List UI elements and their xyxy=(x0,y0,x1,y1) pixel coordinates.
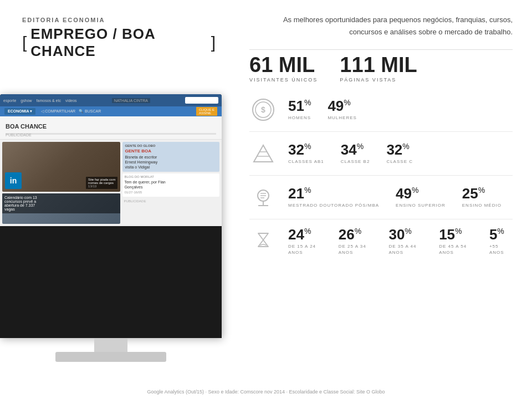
cta-btn: CLIQUE EASSINE xyxy=(196,107,217,116)
divider-1 xyxy=(249,49,513,50)
screen-left-col: in Site faz piada comnomes de cargos13/1… xyxy=(2,142,120,224)
superior-pct: 49% xyxy=(396,186,446,201)
bracket-right: ] xyxy=(211,33,216,52)
age5-stat: 5% +55 ANOS xyxy=(489,227,513,255)
education-items: 21% MESTRADO DOUTORADO PÓS/MBA 49% ENSIN… xyxy=(288,186,502,208)
superior-stat: 49% ENSINO SUPERIOR xyxy=(396,186,446,208)
bracket-title: [ EMPREGO / BOA CHANCE ] xyxy=(22,25,216,60)
nav-search xyxy=(185,97,218,104)
age-items: 24% DE 15 A 24 ANOS 26% DE 25 A 34 ANOS … xyxy=(288,227,513,255)
age4-stat: 15% DE 45 A 54 ANOS xyxy=(439,227,479,255)
age1-label: DE 15 A 24 ANOS xyxy=(288,244,329,255)
screen-img-medium: Calendário com 13concursos prevê aabertu… xyxy=(2,193,120,224)
gender-icon: $ xyxy=(249,96,277,124)
visitors-stat: 61 MIL VISITANTES ÚNICOS xyxy=(249,54,318,83)
medio-label: ENSINO MÉDIO xyxy=(462,203,502,208)
gender-items: 51% HOMENS 49% MULHERES xyxy=(288,99,357,121)
article-label-2: Calendário com 13concursos prevê aabertu… xyxy=(2,193,120,213)
screen-content: in Site faz piada comnomes de cargos13/1… xyxy=(0,140,222,226)
mulheres-pct: 49% xyxy=(328,99,356,113)
monitor-container: esporte gshow famosos & etc vídeos NATHA… xyxy=(0,94,233,388)
medio-pct: 25% xyxy=(462,186,502,201)
mestrado-stat: 21% MESTRADO DOUTORADO PÓS/MBA xyxy=(288,186,379,208)
education-icon xyxy=(249,183,277,211)
c-stat: 32% CLASSE C xyxy=(386,142,413,165)
mestrado-pct: 21% xyxy=(288,186,379,201)
pageviews-label: PÁGINAS VISTAS xyxy=(340,77,417,83)
age3-stat: 30% DE 35 A 44 ANOS xyxy=(388,227,429,255)
monitor-screen: esporte gshow famosos & etc vídeos NATHA… xyxy=(0,94,222,338)
share-label: ◁ COMPARTILHAR xyxy=(41,109,75,114)
classes-items: 32% CLASSES AB1 34% CLASSE B2 32% CLASSE… xyxy=(288,142,413,165)
screen-subnav: ECONOMIA ▾ ◁ COMPARTILHAR 🔍 BUSCAR CLIQU… xyxy=(0,106,222,116)
search-label: 🔍 BUSCAR xyxy=(79,109,101,114)
mulheres-label: MULHERES xyxy=(328,115,356,121)
pageviews-stat: 111 MIL PÁGINAS VISTAS xyxy=(340,54,417,83)
linkedin-overlay: in xyxy=(5,172,22,189)
nathalia-label: NATHALIA CINTRA xyxy=(112,98,150,103)
screen-img-large: in Site faz piada comnomes de cargos13/1… xyxy=(2,142,120,192)
right-panel: As melhores oportunidades para pequenos … xyxy=(233,0,532,399)
superior-label: ENSINO SUPERIOR xyxy=(396,203,446,208)
ab1-stat: 32% CLASSES AB1 xyxy=(288,142,324,165)
classes-icon xyxy=(249,140,277,167)
nav-item: gshow xyxy=(21,99,32,103)
age5-label: +55 ANOS xyxy=(489,244,513,255)
age3-label: DE 35 A 44 ANOS xyxy=(388,244,429,255)
footer-text: Google Analytics (Out/15) · Sexo e Idade… xyxy=(147,389,385,395)
screen-nav: esporte gshow famosos & etc vídeos NATHA… xyxy=(0,94,222,106)
header-section: EDITORIA ECONOMIA [ EMPREGO / BOA CHANCE… xyxy=(0,0,233,71)
b2-label: CLASSE B2 xyxy=(341,159,370,165)
publicidade-label: PUBLICIDADE xyxy=(122,198,219,204)
age5-pct: 5% xyxy=(489,227,513,242)
left-panel: EDITORIA ECONOMIA [ EMPREGO / BOA CHANCE… xyxy=(0,0,233,399)
education-row: 21% MESTRADO DOUTORADO PÓS/MBA 49% ENSIN… xyxy=(249,176,513,219)
editoria-label: EDITORIA ECONOMIA xyxy=(22,17,216,23)
visitors-number: 61 MIL xyxy=(249,54,318,75)
screen-section-label: ECONOMIA ▾ xyxy=(4,108,35,115)
description-text: As melhores oportunidades para pequenos … xyxy=(249,14,513,38)
age1-stat: 24% DE 15 A 24 ANOS xyxy=(288,227,329,255)
stats-top: 61 MIL VISITANTES ÚNICOS 111 MIL PÁGINAS… xyxy=(249,54,513,83)
age4-pct: 15% xyxy=(439,227,479,242)
monitor-base xyxy=(55,352,166,362)
age2-stat: 26% DE 25 A 34 ANOS xyxy=(339,227,379,255)
screen-page-title: BOA CHANCE xyxy=(6,123,47,130)
age3-pct: 30% xyxy=(388,227,429,242)
gente-globo-block: GENTE DO GLOBO GENTE BOA Bisneta de escr… xyxy=(122,142,219,172)
nav-item: vídeos xyxy=(65,99,77,103)
screen-title-bar: BOA CHANCE PUBLICIDADE xyxy=(0,116,222,140)
age4-label: DE 45 A 54 ANOS xyxy=(439,244,479,255)
main-title: EMPREGO / BOA CHANCE xyxy=(30,25,207,60)
nav-item: famosos & etc xyxy=(37,99,61,103)
article-caption: Site faz piada comnomes de cargos13/13 xyxy=(86,177,117,189)
medio-stat: 25% ENSINO MÉDIO xyxy=(462,186,502,208)
pageviews-number: 111 MIL xyxy=(340,54,417,75)
c-label: CLASSE C xyxy=(386,159,413,165)
screen-right-col: GENTE DO GLOBO GENTE BOA Bisneta de escr… xyxy=(122,142,219,224)
age1-pct: 24% xyxy=(288,227,329,242)
age2-label: DE 25 A 34 ANOS xyxy=(339,244,379,255)
c-pct: 32% xyxy=(386,142,413,157)
mestrado-label: MESTRADO DOUTORADO PÓS/MBA xyxy=(288,203,379,208)
b2-stat: 34% CLASSE B2 xyxy=(341,142,370,165)
age2-pct: 26% xyxy=(339,227,379,242)
homens-label: HOMENS xyxy=(288,115,311,121)
mulheres-stat: 49% MULHERES xyxy=(328,99,356,121)
blog-morlat-block: BLOG DO MORLAT Tem de querer, por FlanGo… xyxy=(122,173,219,197)
age-icon xyxy=(249,228,277,255)
gender-row: $ 51% HOMENS 49% MULHERES xyxy=(249,88,513,132)
svg-marker-3 xyxy=(254,145,273,162)
bracket-left: [ xyxy=(22,33,27,52)
homens-stat: 51% HOMENS xyxy=(288,99,311,121)
b2-pct: 34% xyxy=(341,142,370,157)
ab1-label: CLASSES AB1 xyxy=(288,159,324,165)
ab1-pct: 32% xyxy=(288,142,324,157)
nav-item: esporte xyxy=(3,99,16,103)
footer-credits: Google Analytics (Out/15) · Sexo e Idade… xyxy=(0,389,532,395)
classes-row: 32% CLASSES AB1 34% CLASSE B2 32% CLASSE… xyxy=(249,132,513,176)
age-row: 24% DE 15 A 24 ANOS 26% DE 25 A 34 ANOS … xyxy=(249,219,513,263)
svg-text:$: $ xyxy=(261,105,265,114)
visitors-label: VISITANTES ÚNICOS xyxy=(249,77,318,83)
homens-pct: 51% xyxy=(288,99,311,113)
